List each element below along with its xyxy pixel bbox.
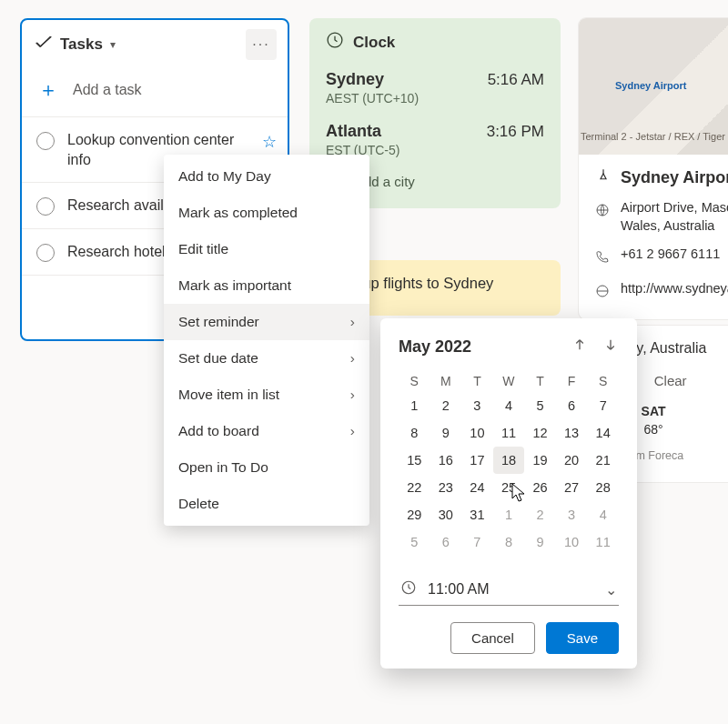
calendar-day[interactable]: 25 [493, 474, 525, 501]
clock-city-row[interactable]: Sydney 5:16 AM [326, 70, 544, 89]
calendar-day[interactable]: 24 [461, 474, 493, 501]
clock-city-row[interactable]: Atlanta 3:16 PM [326, 122, 544, 141]
clock-icon [400, 579, 417, 599]
calendar-day[interactable]: 20 [556, 447, 588, 474]
calendar-day[interactable]: 27 [556, 474, 588, 501]
context-menu-item-label: Mark as important [178, 277, 291, 294]
context-menu-item[interactable]: Open in To Do [164, 449, 369, 486]
calendar-day[interactable]: 7 [587, 392, 619, 419]
cancel-button[interactable]: Cancel [450, 622, 535, 654]
context-menu-item-label: Set due date [178, 350, 258, 367]
calendar-day[interactable]: 26 [524, 474, 556, 501]
calendar-day[interactable]: 11 [493, 419, 525, 447]
calendar-day[interactable]: 4 [587, 501, 619, 528]
chevron-right-icon: › [350, 423, 355, 439]
calendar-day[interactable]: 28 [587, 474, 619, 501]
context-menu-item[interactable]: Move item in list› [164, 377, 369, 413]
calendar-day[interactable]: 29 [399, 501, 430, 528]
task-checkbox[interactable] [36, 197, 55, 216]
context-menu-item[interactable]: Set reminder› [164, 304, 369, 340]
more-button[interactable]: ··· [246, 29, 277, 60]
tasks-title-button[interactable]: Tasks ▾ [35, 34, 116, 55]
calendar-day[interactable]: 14 [587, 419, 619, 447]
place-pin-icon [595, 167, 612, 188]
context-menu-item-label: Delete [178, 496, 219, 512]
calendar-day[interactable]: 18 [493, 447, 525, 474]
calendar-day[interactable]: 8 [493, 528, 525, 556]
calendar-day[interactable]: 5 [524, 392, 556, 419]
context-menu-item[interactable]: Add to My Day [164, 158, 369, 195]
calendar-day[interactable]: 22 [399, 474, 430, 501]
context-menu-item-label: Mark as completed [178, 205, 298, 221]
place-url[interactable]: http://www.sydneyairport.com.au [621, 280, 728, 298]
calendar-day[interactable]: 19 [524, 447, 556, 474]
calendar-day[interactable]: 6 [430, 528, 462, 556]
calendar-day[interactable]: 9 [430, 419, 462, 447]
calendar-day[interactable]: 16 [430, 447, 462, 474]
picker-month-label[interactable]: May 2022 [399, 337, 471, 357]
calendar-day[interactable]: 13 [556, 419, 588, 447]
task-checkbox[interactable] [36, 132, 55, 150]
calendar-day[interactable]: 17 [461, 447, 493, 474]
context-menu-item[interactable]: Mark as important [164, 267, 369, 304]
calendar-day[interactable]: 3 [461, 392, 493, 419]
calendar-dow: M [430, 370, 462, 392]
place-phone[interactable]: +61 2 9667 6111 [621, 246, 720, 264]
context-menu-item-label: Edit title [178, 241, 228, 257]
calendar-dow: S [399, 370, 430, 392]
calendar-day[interactable]: 3 [556, 501, 588, 528]
calendar-day[interactable]: 2 [524, 501, 556, 528]
calendar-day[interactable]: 6 [556, 392, 588, 419]
time-input[interactable]: 11:00 AM ⌄ [399, 574, 619, 606]
calendar-day[interactable]: 23 [430, 474, 462, 501]
context-menu-item[interactable]: Set due date› [164, 340, 369, 377]
calendar-dow: T [524, 370, 556, 392]
city-time: 3:16 PM [487, 123, 544, 141]
city-time: 5:16 AM [488, 71, 544, 89]
city-name: Sydney [326, 70, 384, 89]
map-preview[interactable]: Terminal 1 - Qantas Sydney Airport Termi… [579, 18, 728, 155]
chevron-right-icon: › [350, 387, 355, 403]
calendar-day[interactable]: 9 [524, 528, 556, 556]
save-button[interactable]: Save [546, 622, 619, 654]
city-timezone: AEST (UTC+10) [326, 91, 544, 106]
context-menu-item[interactable]: Mark as completed [164, 195, 369, 231]
add-task-button[interactable]: ＋ Add a task [22, 64, 288, 117]
calendar-day[interactable]: 10 [461, 419, 493, 447]
link-icon [595, 282, 610, 304]
weather-now-condition: Clear [654, 373, 687, 388]
context-menu-item-label: Open in To Do [178, 459, 268, 476]
context-menu-item[interactable]: Edit title [164, 231, 369, 267]
calendar-day[interactable]: 21 [587, 447, 619, 474]
context-menu-item[interactable]: Delete [164, 486, 369, 522]
calendar-day[interactable]: 5 [399, 528, 430, 556]
calendar-grid: SMTWTFS 12345678910111213141516171819202… [399, 370, 619, 556]
context-menu-item-label: Move item in list [178, 387, 279, 403]
next-month-button[interactable] [602, 337, 619, 357]
calendar-day[interactable]: 4 [493, 392, 525, 419]
calendar-day[interactable]: 8 [399, 419, 430, 447]
forecast-day-hi: 68° [643, 422, 662, 437]
calendar-day[interactable]: 31 [461, 501, 493, 528]
calendar-dow: S [587, 370, 619, 392]
task-checkbox[interactable] [36, 244, 55, 262]
calendar-day[interactable]: 2 [430, 392, 462, 419]
calendar-day[interactable]: 1 [493, 501, 525, 528]
calendar-day[interactable]: 11 [587, 528, 619, 556]
calendar-day[interactable]: 30 [430, 501, 462, 528]
calendar-day[interactable]: 10 [556, 528, 588, 556]
place-address: Airport Drive, Mascot, New South Wales, … [621, 199, 728, 235]
chevron-right-icon: › [350, 350, 355, 367]
calendar-day[interactable]: 7 [461, 528, 493, 556]
star-icon[interactable]: ☆ [262, 132, 277, 152]
context-menu-item[interactable]: Add to board› [164, 413, 369, 449]
prev-month-button[interactable] [571, 337, 588, 357]
calendar-day[interactable]: 15 [399, 447, 430, 474]
add-task-label: Add a task [73, 82, 142, 98]
forecast-day-label: SAT [642, 404, 666, 418]
calendar-day[interactable]: 1 [399, 392, 430, 419]
context-menu-item-label: Add to My Day [178, 168, 271, 185]
place-card: Terminal 1 - Qantas Sydney Airport Termi… [579, 18, 728, 319]
plus-icon: ＋ [38, 80, 58, 100]
calendar-day[interactable]: 12 [524, 419, 556, 447]
